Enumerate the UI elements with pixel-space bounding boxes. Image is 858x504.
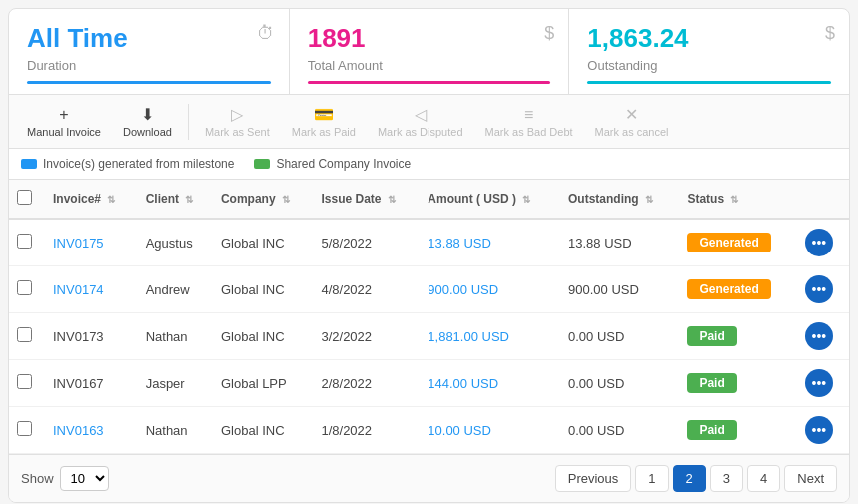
actions-inv0167: ••• (797, 360, 849, 407)
outstanding-value: 1,863.24 (587, 23, 831, 54)
page-button-4[interactable]: 4 (747, 465, 780, 492)
pagination: Previous 1234 Next (555, 465, 837, 492)
checkbox-inv0174[interactable] (17, 280, 32, 295)
previous-button[interactable]: Previous (555, 465, 632, 492)
manual-invoice-label: Manual Invoice (27, 126, 101, 138)
row-checkbox-inv0163 (9, 407, 45, 454)
table-row: INV0167 Jasper Global LPP 2/8/2022 144.0… (9, 360, 849, 407)
client-inv0175: Agustus (138, 219, 213, 266)
amount-inv0175: 13.88 USD (420, 219, 560, 266)
invoice-text-inv0173: INV0173 (53, 329, 104, 344)
total-amount-underline (308, 81, 551, 84)
outstanding-subtitle: Outstanding (587, 58, 831, 73)
row-checkbox-inv0173 (9, 313, 45, 360)
legend-shared: Shared Company Invoice (254, 157, 411, 171)
header-checkbox (9, 180, 45, 219)
company-inv0174: Global INC (213, 266, 314, 313)
invoice-link-inv0174[interactable]: INV0174 (53, 282, 104, 297)
show-label: Show (21, 471, 54, 486)
table-body: INV0175 Agustus Global INC 5/8/2022 13.8… (9, 219, 849, 454)
invoices-table: Invoice# ⇅ Client ⇅ Company ⇅ Issue Date… (9, 180, 849, 454)
sort-outstanding-icon[interactable]: ⇅ (645, 194, 653, 205)
checkbox-inv0173[interactable] (17, 327, 32, 342)
page-button-2[interactable]: 2 (673, 465, 706, 492)
row-checkbox-inv0175 (9, 219, 45, 266)
mark-disputed-button[interactable]: ◁ Mark as Disputed (368, 101, 473, 142)
header-invoice: Invoice# ⇅ (45, 180, 138, 219)
dollar-icon-2: $ (825, 23, 835, 44)
outstanding-inv0175: 13.88 USD (560, 219, 679, 266)
sort-client-icon[interactable]: ⇅ (185, 194, 193, 205)
mark-paid-label: Mark as Paid (292, 126, 356, 138)
header-client: Client ⇅ (138, 180, 213, 219)
status-badge-inv0174: Generated (687, 279, 770, 299)
more-button-inv0174[interactable]: ••• (805, 275, 833, 303)
mark-cancel-button[interactable]: ✕ Mark as cancel (585, 101, 679, 142)
legend-milestone: Invoice(s) generated from milestone (21, 157, 234, 171)
company-inv0175: Global INC (213, 219, 314, 266)
client-inv0163: Nathan (138, 407, 213, 454)
sort-amount-icon[interactable]: ⇅ (522, 194, 530, 205)
clock-icon: ⏱ (257, 23, 275, 44)
more-button-inv0173[interactable]: ••• (805, 322, 833, 350)
legend-milestone-label: Invoice(s) generated from milestone (43, 157, 234, 171)
more-button-inv0175[interactable]: ••• (805, 229, 833, 256)
outstanding-inv0167: 0.00 USD (560, 360, 679, 407)
invoice-number-inv0173: INV0173 (45, 313, 138, 360)
sort-invoice-icon[interactable]: ⇅ (107, 194, 115, 205)
invoice-number-inv0174: INV0174 (45, 266, 138, 313)
toolbar-divider-1 (188, 104, 189, 140)
sort-date-icon[interactable]: ⇅ (388, 194, 396, 205)
header-outstanding: Outstanding ⇅ (560, 180, 679, 219)
mark-disputed-icon: ◁ (415, 105, 427, 124)
company-inv0173: Global INC (213, 313, 314, 360)
next-button[interactable]: Next (784, 465, 837, 492)
company-inv0163: Global INC (213, 407, 314, 454)
download-icon: ⬇ (141, 105, 154, 124)
header-actions (797, 180, 849, 219)
invoice-link-inv0163[interactable]: INV0163 (53, 423, 104, 438)
all-time-underline (27, 81, 271, 84)
select-all-checkbox[interactable] (17, 190, 32, 205)
legend-dot-blue (21, 159, 37, 169)
issue-date-inv0163: 1/8/2022 (313, 407, 420, 454)
checkbox-inv0175[interactable] (17, 234, 32, 249)
actions-inv0173: ••• (797, 313, 849, 360)
more-button-inv0163[interactable]: ••• (805, 416, 833, 444)
row-checkbox-inv0167 (9, 360, 45, 407)
mark-sent-label: Mark as Sent (205, 126, 270, 138)
sort-company-icon[interactable]: ⇅ (282, 194, 290, 205)
download-button[interactable]: ⬇ Download (113, 101, 182, 142)
dollar-icon-1: $ (544, 23, 554, 44)
manual-invoice-button[interactable]: + Manual Invoice (17, 102, 111, 142)
sort-status-icon[interactable]: ⇅ (730, 194, 738, 205)
toolbar: + Manual Invoice ⬇ Download ▷ Mark as Se… (9, 95, 849, 149)
page-buttons: 1234 (635, 465, 780, 492)
checkbox-inv0163[interactable] (17, 421, 32, 436)
status-badge-inv0167: Paid (687, 373, 736, 393)
row-checkbox-inv0174 (9, 266, 45, 313)
mark-sent-button[interactable]: ▷ Mark as Sent (195, 101, 280, 142)
show-select[interactable]: 5102050 (60, 466, 109, 491)
outstanding-inv0173: 0.00 USD (560, 313, 679, 360)
more-button-inv0167[interactable]: ••• (805, 369, 833, 397)
mark-paid-icon: 💳 (314, 105, 334, 124)
actions-inv0175: ••• (797, 219, 849, 266)
mark-disputed-label: Mark as Disputed (378, 126, 463, 138)
table-row: INV0163 Nathan Global INC 1/8/2022 10.00… (9, 407, 849, 454)
status-badge-inv0173: Paid (687, 326, 736, 346)
header-issue-date: Issue Date ⇅ (313, 180, 420, 219)
mark-paid-button[interactable]: 💳 Mark as Paid (282, 101, 366, 142)
issue-date-inv0174: 4/8/2022 (313, 266, 420, 313)
invoice-text-inv0167: INV0167 (53, 376, 104, 391)
checkbox-inv0167[interactable] (17, 374, 32, 389)
mark-bad-debt-button[interactable]: ≡ Mark as Bad Debt (475, 102, 583, 142)
invoice-link-inv0175[interactable]: INV0175 (53, 236, 104, 251)
page-button-3[interactable]: 3 (710, 465, 743, 492)
issue-date-inv0173: 3/2/2022 (313, 313, 420, 360)
stats-row: ⏱ All Time Duration $ 1891 Total Amount … (9, 9, 849, 95)
client-inv0174: Andrew (138, 266, 213, 313)
page-button-1[interactable]: 1 (635, 465, 668, 492)
plus-icon: + (59, 106, 68, 124)
legend-row: Invoice(s) generated from milestone Shar… (9, 149, 849, 180)
